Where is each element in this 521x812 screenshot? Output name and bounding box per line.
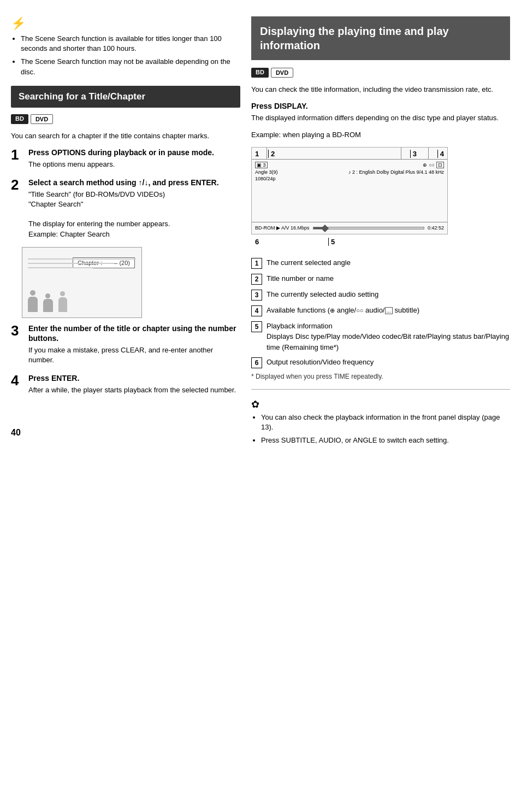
tip-bullet-1: You can also check the playback informat…	[261, 413, 510, 432]
badge-dvd: DVD	[31, 114, 53, 124]
info-item-3: 3 The currently selected audio setting	[251, 289, 510, 301]
info-text-2: Title number or name	[267, 273, 334, 284]
tip-bullet-2: Press SUBTITLE, AUDIO, or ANGLE to switc…	[261, 436, 510, 445]
bullet-item: The Scene Search function is available f…	[21, 34, 240, 54]
tip-bullets: You can also check the playback informat…	[251, 413, 510, 446]
note-icon: ⚡	[11, 16, 240, 31]
step-2: 2 Select a search method using ↑/↓, and …	[11, 178, 240, 239]
step-1-title: Press OPTIONS during playback or in paus…	[28, 148, 240, 157]
section1-intro: You can search for a chapter if the titl…	[11, 131, 240, 142]
diagram-time: 0:42:52	[428, 225, 444, 231]
example-label: Example: when playing a BD-ROM	[251, 130, 510, 140]
diagram-num-5: 5	[328, 238, 335, 246]
info-text-4: Available functions (⊕ angle/○○ audio/..…	[267, 305, 419, 316]
step-1-num: 1	[11, 148, 23, 169]
info-num-3: 3	[251, 290, 262, 301]
info-items-list: 1 The current selected angle 2 Title num…	[251, 257, 510, 369]
info-num-1: 1	[251, 258, 262, 269]
section1-title: Searching for a Title/Chapter	[11, 86, 240, 108]
step-3-desc: If you make a mistake, press CLEAR, and …	[28, 345, 240, 365]
step-4: 4 Press ENTER. After a while, the player…	[11, 373, 240, 395]
bullet-item: The Scene Search function may not be ava…	[21, 57, 240, 77]
section2-badges: BD DVD	[251, 68, 510, 78]
badge-dvd-right: DVD	[271, 68, 293, 78]
step-3-num: 3	[11, 323, 23, 366]
info-num-4: 4	[251, 305, 262, 316]
info-text-3: The currently selected audio setting	[267, 289, 378, 300]
step-1: 1 Press OPTIONS during playback or in pa…	[11, 148, 240, 169]
section2-intro: You can check the title information, inc…	[251, 84, 510, 95]
press-display-label: Press DISPLAY.	[251, 102, 510, 110]
diagram-right-info: ⊕ ○○ ⊡ ♪ 2 : English Dolby Digital Plus …	[348, 162, 444, 220]
info-item-4: 4 Available functions (⊕ angle/○○ audio/…	[251, 305, 510, 316]
diagram-left-info: ▣ 3 Angle 3(9) 1080/24p	[255, 162, 278, 220]
diagram-num-6: 6	[255, 238, 259, 246]
step-2-num: 2	[11, 178, 23, 239]
press-desc: The displayed information differs depend…	[251, 113, 510, 123]
diagram-disc-info: BD-ROM ▶ A/V 16.Mbps	[255, 225, 310, 231]
info-item-1: 1 The current selected angle	[251, 257, 510, 269]
bd-rom-diagram: 1 2 3 4 ▣ 3 Angle 3(9) 1080/24p	[251, 147, 448, 234]
section2-title: Displaying the playing time and play inf…	[251, 16, 510, 60]
info-text-6: Output resolution/Video frequency	[267, 357, 374, 368]
info-num-6: 6	[251, 357, 262, 368]
info-item-5: 5 Playback information Displays Disc typ…	[251, 321, 510, 353]
divider	[251, 389, 510, 390]
info-item-6: 6 Output resolution/Video frequency	[251, 357, 510, 368]
info-num-5: 5	[251, 321, 262, 332]
step-4-title: Press ENTER.	[28, 373, 240, 383]
tip-icon: ✿	[251, 398, 510, 410]
info-text-5: Playback information Displays Disc type/…	[267, 321, 510, 353]
chapter-search-image: Chapter : — — (20)	[22, 247, 142, 318]
step-4-desc: After a while, the player starts playbac…	[28, 385, 240, 395]
info-text-1: The current selected angle	[267, 257, 351, 268]
section1-badges: BD DVD	[11, 114, 240, 124]
page-number: 40	[11, 428, 240, 438]
step-3-title: Enter the number of the title or chapter…	[28, 323, 240, 343]
right-column: Displaying the playing time and play inf…	[251, 16, 510, 796]
badge-bd: BD	[11, 114, 28, 124]
note-bullets: The Scene Search function is available f…	[11, 34, 240, 77]
info-num-2: 2	[251, 274, 262, 285]
step-2-desc: "Title Search" (for BD-ROMs/DVD VIDEOs) …	[28, 190, 240, 239]
step-3: 3 Enter the number of the title or chapt…	[11, 323, 240, 366]
step-2-title: Select a search method using ↑/↓, and pr…	[28, 178, 240, 187]
step-4-num: 4	[11, 373, 23, 395]
info-item-2: 2 Title number or name	[251, 273, 510, 285]
step-1-desc: The options menu appears.	[28, 160, 240, 169]
left-column: ⚡ The Scene Search function is available…	[11, 16, 240, 796]
badge-bd-right: BD	[251, 68, 269, 78]
asterisk-note: * Displayed when you press TIME repeated…	[251, 373, 510, 380]
